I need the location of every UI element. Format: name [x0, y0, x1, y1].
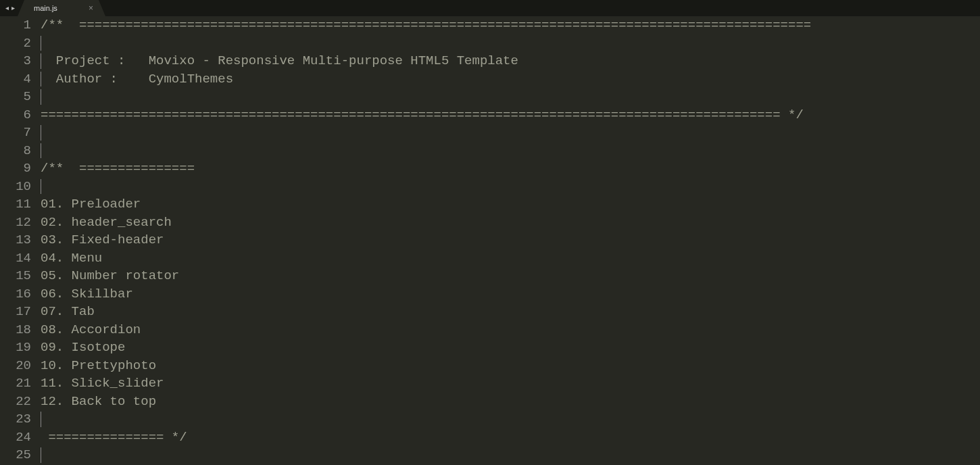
line-number: 4: [0, 70, 31, 89]
code-line[interactable]: [41, 124, 980, 142]
code-line[interactable]: [41, 178, 980, 196]
line-number: 13: [0, 231, 31, 249]
line-number: 5: [0, 88, 31, 106]
line-number: 24: [0, 429, 31, 447]
line-number: 10: [0, 178, 31, 196]
tab-bar: ◂ ▸ main.js ×: [0, 0, 980, 16]
code-line[interactable]: Author : CymolThemes: [41, 70, 980, 89]
code-line[interactable]: 06. Skillbar: [41, 285, 980, 303]
code-line[interactable]: ========================================…: [41, 106, 980, 124]
line-number: 6: [0, 106, 31, 124]
code-line[interactable]: 05. Number rotator: [41, 267, 980, 285]
code-line[interactable]: /** ====================================…: [41, 16, 980, 34]
line-number: 21: [0, 374, 31, 393]
code-line[interactable]: 08. Accordion: [41, 321, 980, 339]
line-number: 9: [0, 160, 31, 178]
code-line[interactable]: 04. Menu: [41, 249, 980, 268]
line-number: 17: [0, 303, 31, 321]
line-number: 12: [0, 214, 31, 232]
line-number: 11: [0, 195, 31, 214]
file-tab[interactable]: main.js ×: [24, 0, 99, 16]
code-line[interactable]: [41, 410, 980, 429]
line-number: 2: [0, 34, 31, 53]
line-number: 16: [0, 285, 31, 303]
file-tab-label: main.js: [34, 4, 57, 12]
code-line[interactable]: 02. header_search: [41, 214, 980, 232]
line-number: 22: [0, 393, 31, 411]
line-number: 3: [0, 52, 31, 70]
line-number: 18: [0, 321, 31, 339]
code-line[interactable]: [41, 446, 980, 464]
code-line[interactable]: [41, 88, 980, 106]
line-number: 14: [0, 249, 31, 268]
code-line[interactable]: 10. Prettyphoto: [41, 357, 980, 375]
code-line[interactable]: /** ===============: [41, 160, 980, 178]
line-number-gutter: 1234567891011121314151617181920212223242…: [0, 16, 39, 465]
line-number: 15: [0, 267, 31, 285]
code-line[interactable]: =============== */: [41, 429, 980, 447]
code-area[interactable]: /** ====================================…: [39, 16, 980, 465]
editor: 1234567891011121314151617181920212223242…: [0, 16, 980, 465]
code-line[interactable]: 03. Fixed-header: [41, 231, 980, 249]
line-number: 7: [0, 124, 31, 142]
code-line[interactable]: 01. Preloader: [41, 195, 980, 214]
line-number: 19: [0, 339, 31, 357]
code-line[interactable]: [41, 142, 980, 160]
tab-nav-prev-icon[interactable]: ◂: [5, 5, 9, 11]
code-line[interactable]: 12. Back to top: [41, 393, 980, 411]
line-number: 23: [0, 410, 31, 429]
code-line[interactable]: 07. Tab: [41, 303, 980, 321]
code-line[interactable]: 09. Isotope: [41, 339, 980, 357]
line-number: 1: [0, 16, 31, 34]
line-number: 20: [0, 357, 31, 375]
code-line[interactable]: Project : Movixo - Responsive Multi-purp…: [41, 52, 980, 70]
close-icon[interactable]: ×: [89, 4, 93, 12]
tab-nav-next-icon[interactable]: ▸: [11, 5, 15, 11]
line-number: 8: [0, 142, 31, 160]
line-number: 25: [0, 446, 31, 464]
code-line[interactable]: 11. Slick_slider: [41, 374, 980, 393]
code-line[interactable]: [41, 34, 980, 53]
